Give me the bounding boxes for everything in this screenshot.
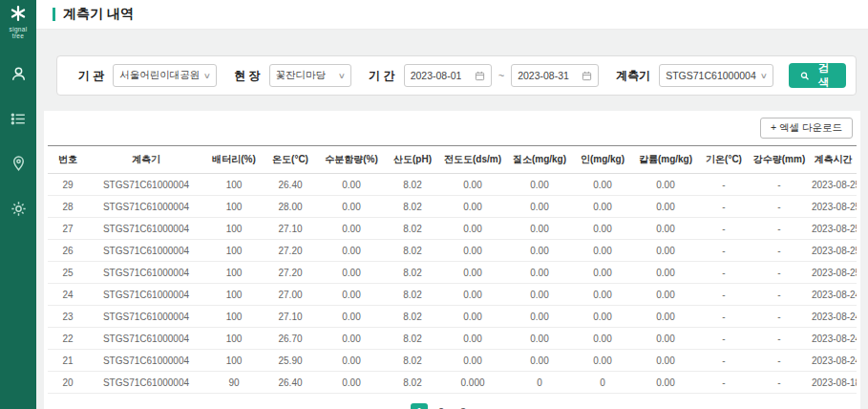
calendar-icon [475, 71, 485, 81]
table-cell: 26 [48, 240, 88, 262]
table-cell: STGS71C61000004 [88, 174, 204, 196]
search-button[interactable]: 검색 [789, 63, 846, 88]
table-cell: 27 [48, 218, 88, 240]
table-row: 26STGS71C6100000410027.200.008.020.000.0… [48, 240, 857, 262]
sidebar-item-settings[interactable] [7, 197, 30, 220]
table-cell: 2023-08-25 06:00 [810, 218, 857, 240]
search-button-label: 검색 [814, 61, 835, 90]
sidebar-item-list[interactable] [7, 107, 30, 130]
table-cell: 0.00 [632, 196, 699, 218]
table-cell: 0.00 [573, 196, 632, 218]
table-cell: 24 [48, 284, 88, 306]
page-button-1[interactable]: 1 [411, 403, 428, 409]
table-cell: 28.00 [264, 196, 317, 218]
next-page-button[interactable]: » [476, 403, 494, 409]
table-cell: 0.00 [317, 218, 386, 240]
sidebar-item-user[interactable] [7, 62, 30, 85]
table-cell: - [749, 196, 810, 218]
table-cell: 0.00 [573, 240, 632, 262]
table-cell: 0.00 [439, 350, 506, 372]
table-panel: + 엑셀 다운로드 번호계측기배터리(%)온도(°C)수분함량(%)산도(pH)… [44, 111, 860, 409]
chevron-down-icon: ∨ [203, 72, 211, 80]
table-cell: STGS71C61000004 [88, 328, 204, 350]
table-cell: 90 [204, 372, 264, 394]
table-cell: 0.00 [573, 306, 632, 328]
table-cell: 0.00 [506, 196, 573, 218]
table-cell: 0.00 [506, 328, 573, 350]
table-cell: - [749, 306, 810, 328]
table-cell: - [749, 262, 810, 284]
table-cell: 0.00 [632, 174, 699, 196]
page-button-2[interactable]: 2 [433, 403, 450, 409]
excel-download-button[interactable]: + 엑셀 다운로드 [760, 118, 853, 139]
table-cell: 20 [48, 372, 88, 394]
table-cell: 100 [204, 218, 264, 240]
org-select[interactable]: 서울어린이대공원 ∨ [113, 64, 217, 87]
table-cell: 0.00 [317, 284, 386, 306]
column-header: 질소(mg/kg) [506, 146, 573, 174]
table-cell: 2023-08-24 19:04 [810, 350, 857, 372]
date-range-separator: ~ [498, 70, 504, 81]
logo-flower-icon [10, 5, 27, 22]
table-cell: 25.90 [264, 350, 317, 372]
table-cell: 0.00 [632, 350, 699, 372]
sidebar-item-location[interactable] [7, 152, 30, 175]
table-cell: 0.00 [439, 240, 506, 262]
table-header: 번호계측기배터리(%)온도(°C)수분함량(%)산도(pH)전도도(ds/m)질… [48, 146, 857, 174]
date-from-input[interactable]: 2023-08-01 [404, 64, 492, 87]
table-cell: 0.00 [317, 262, 386, 284]
table-cell: 0.00 [632, 328, 699, 350]
table-cell: 8.02 [386, 372, 439, 394]
table-cell: 27.10 [264, 218, 317, 240]
table-cell: 26.40 [264, 372, 317, 394]
column-header: 배터리(%) [204, 146, 264, 174]
date-to-input[interactable]: 2023-08-31 [511, 64, 599, 87]
meter-select[interactable]: STGS71C61000004 ∨ [659, 64, 773, 87]
table-row: 20STGS71C610000049026.400.008.020.000000… [48, 372, 857, 394]
table-cell: 0.00 [632, 240, 699, 262]
table-cell: 0.00 [439, 284, 506, 306]
org-label: 기 관 [78, 68, 104, 84]
app-root: signal tree [0, 0, 868, 409]
table-row: 29STGS71C6100000410026.400.008.020.000.0… [48, 174, 857, 196]
table-cell: 100 [204, 306, 264, 328]
table-cell: 0.000 [439, 372, 506, 394]
page-title: 계측기 내역 [63, 6, 134, 23]
logo: signal tree [10, 5, 28, 39]
meter-data-table: 번호계측기배터리(%)온도(°C)수분함량(%)산도(pH)전도도(ds/m)질… [48, 145, 857, 394]
table-cell: 0.00 [573, 284, 632, 306]
table-cell: 25 [48, 262, 88, 284]
table-cell: - [699, 174, 749, 196]
table-cell: STGS71C61000004 [88, 240, 204, 262]
table-cell: 0.00 [573, 262, 632, 284]
table-cell: STGS71C61000004 [88, 262, 204, 284]
table-cell: 8.02 [386, 262, 439, 284]
table-cell: STGS71C61000004 [88, 196, 204, 218]
table-cell: 0.00 [506, 262, 573, 284]
filter-bar: 기 관 서울어린이대공원 ∨ 현 장 꽃잔디마당 ∨ 기 간 2023-08-0… [56, 55, 857, 96]
table-cell: 0.00 [506, 350, 573, 372]
table-cell: - [699, 262, 749, 284]
table-cell: 28 [48, 196, 88, 218]
table-row: 28STGS71C6100000410028.000.008.020.000.0… [48, 196, 857, 218]
column-header: 칼륨(mg/kg) [632, 146, 699, 174]
table-cell: - [699, 306, 749, 328]
meter-select-value: STGS71C61000004 [666, 70, 756, 81]
table-cell: 0.00 [439, 218, 506, 240]
table-cell: - [749, 240, 810, 262]
list-icon [10, 110, 28, 128]
site-select-value: 꽃잔디마당 [276, 69, 327, 82]
table-cell: 0.00 [506, 284, 573, 306]
table-cell: 0.00 [632, 284, 699, 306]
table-cell: 8.02 [386, 328, 439, 350]
table-cell: 0.00 [632, 262, 699, 284]
column-header: 산도(pH) [386, 146, 439, 174]
site-select[interactable]: 꽃잔디마당 ∨ [269, 64, 352, 87]
page-button-3[interactable]: 3 [455, 403, 472, 409]
table-cell: - [749, 372, 810, 394]
table-cell: - [699, 328, 749, 350]
table-cell: 0.00 [317, 350, 386, 372]
table-row: 23STGS71C6100000410027.100.008.020.000.0… [48, 306, 857, 328]
main-content: 계측기 내역 기 관 서울어린이대공원 ∨ 현 장 꽃잔디마당 ∨ 기 간 20… [36, 0, 868, 409]
table-cell: 26.70 [264, 328, 317, 350]
